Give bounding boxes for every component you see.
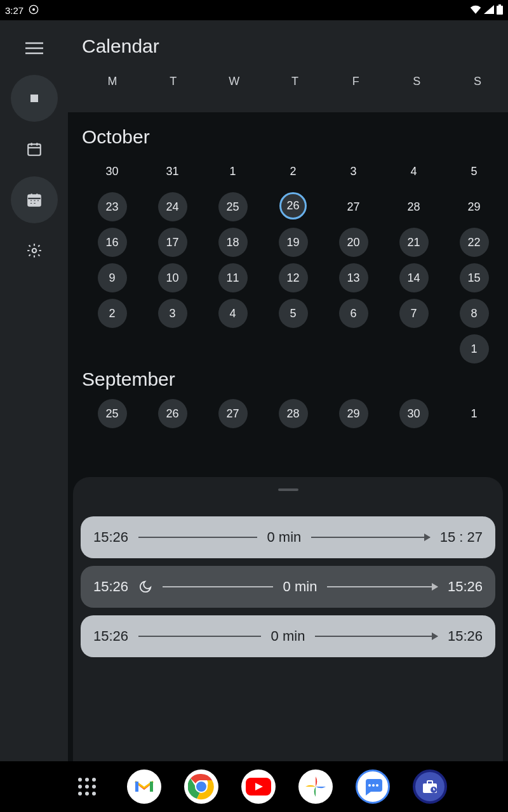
sidebar-item-month[interactable] — [11, 176, 58, 223]
calendar-day[interactable]: 29 — [460, 192, 489, 221]
app-chrome[interactable] — [184, 769, 218, 804]
moon-icon — [138, 580, 152, 594]
calendar-day[interactable]: 26 — [279, 192, 307, 219]
calendar-day[interactable]: 24 — [158, 192, 187, 221]
calendar-day — [399, 334, 429, 363]
calendar-day[interactable]: 3 — [158, 299, 187, 328]
calendar-month-icon — [26, 192, 43, 208]
sidebar — [0, 20, 68, 761]
page-title: Calendar — [82, 20, 508, 75]
app-work[interactable] — [413, 769, 447, 804]
weekday-label: S — [386, 75, 447, 88]
svg-point-1 — [32, 8, 35, 11]
calendar-day[interactable]: 11 — [218, 263, 248, 292]
header: Calendar MTWTFSS — [68, 20, 508, 112]
sidebar-item-settings[interactable] — [11, 227, 58, 274]
svg-rect-22 — [150, 782, 153, 792]
calendar-day[interactable]: 29 — [339, 399, 368, 428]
calendar-day-icon — [26, 141, 43, 157]
calendar-day[interactable]: 30 — [98, 157, 127, 186]
svg-point-29 — [376, 784, 378, 787]
calendar-day[interactable]: 28 — [399, 192, 429, 221]
calendar-day[interactable]: 27 — [339, 192, 368, 221]
chrome-icon — [188, 773, 215, 800]
stop-icon — [30, 95, 38, 102]
calendar-day[interactable]: 4 — [399, 157, 429, 186]
hamburger-icon — [25, 42, 43, 55]
calendar-day[interactable]: 12 — [279, 263, 308, 292]
calendar-day[interactable]: 23 — [98, 192, 127, 221]
drag-handle[interactable] — [278, 488, 298, 491]
calendar-day[interactable]: 13 — [339, 263, 368, 292]
entry-start: 15:26 — [93, 628, 128, 645]
calendar-day[interactable]: 1 — [218, 157, 248, 186]
menu-button[interactable] — [18, 32, 51, 65]
calendar-day[interactable]: 7 — [399, 299, 429, 328]
calendar-day[interactable]: 6 — [339, 299, 368, 328]
calendar-day[interactable]: 2 — [279, 157, 308, 186]
calendar-day[interactable]: 20 — [339, 228, 368, 257]
calendar-day[interactable]: 27 — [218, 399, 248, 428]
app-photos[interactable] — [298, 769, 333, 804]
calendar-day[interactable]: 26 — [158, 399, 187, 428]
svg-rect-2 — [498, 4, 501, 6]
entry-start: 15:26 — [93, 579, 128, 595]
entry-end: 15 : 27 — [440, 529, 483, 546]
svg-rect-16 — [33, 200, 35, 201]
messages-icon — [363, 778, 382, 796]
calendar-day[interactable]: 30 — [399, 399, 429, 428]
calendar-day[interactable]: 5 — [460, 157, 489, 186]
calendar-day[interactable]: 10 — [158, 263, 187, 292]
calendar-day[interactable]: 28 — [279, 399, 308, 428]
calendar-day[interactable]: 1 — [460, 399, 489, 428]
calendar-day[interactable]: 1 — [460, 334, 489, 363]
svg-rect-15 — [30, 200, 32, 201]
calendar-day[interactable]: 17 — [158, 228, 187, 257]
month-label: September — [82, 369, 504, 390]
sidebar-item-day[interactable] — [11, 126, 58, 173]
svg-rect-19 — [33, 202, 35, 204]
cellular-icon — [484, 5, 494, 16]
app-messages[interactable] — [356, 769, 390, 804]
entry-arrow — [311, 537, 429, 538]
calendar-day[interactable]: 4 — [218, 299, 248, 328]
calendar-day[interactable]: 2 — [98, 299, 127, 328]
time-entry[interactable]: 15:260 min15:26 — [81, 566, 495, 608]
svg-rect-18 — [30, 202, 32, 204]
calendar-day[interactable]: 8 — [460, 299, 489, 328]
gear-icon — [26, 242, 43, 259]
calendar-day[interactable]: 3 — [339, 157, 368, 186]
sidebar-item-record[interactable] — [11, 75, 58, 122]
calendar-day[interactable]: 25 — [98, 399, 127, 428]
time-entry[interactable]: 15:260 min15 : 27 — [81, 516, 495, 558]
svg-rect-17 — [37, 200, 39, 201]
battery-icon — [497, 4, 503, 16]
month-grid: 3031123452324252627282916171819202122910… — [82, 157, 504, 363]
calendar-day[interactable]: 15 — [460, 263, 489, 292]
month-label: October — [82, 126, 504, 148]
app-youtube[interactable] — [241, 769, 276, 804]
calendar-day[interactable]: 18 — [218, 228, 248, 257]
weekday-label: M — [82, 75, 143, 88]
wifi-icon — [470, 5, 481, 16]
calendar-day[interactable]: 9 — [98, 263, 127, 292]
entry-duration: 0 min — [267, 529, 302, 546]
photos-icon — [304, 775, 327, 798]
weekday-label: T — [143, 75, 204, 88]
calendar-day[interactable]: 16 — [98, 228, 127, 257]
calendar-day[interactable]: 21 — [399, 228, 429, 257]
calendar-day[interactable]: 5 — [279, 299, 308, 328]
entry-line — [138, 537, 257, 538]
bottom-sheet: 15:260 min15 : 2715:260 min15:2615:260 m… — [73, 477, 503, 761]
calendar-day[interactable]: 22 — [460, 228, 489, 257]
app-drawer-button[interactable] — [70, 769, 104, 804]
calendar-day — [279, 334, 308, 363]
calendar-day[interactable]: 14 — [399, 263, 429, 292]
time-entry[interactable]: 15:260 min15:26 — [81, 615, 495, 657]
calendar-day[interactable]: 25 — [218, 192, 248, 221]
calendar-day[interactable]: 31 — [158, 157, 187, 186]
svg-rect-3 — [497, 6, 503, 15]
calendar-day[interactable]: 19 — [279, 228, 308, 257]
app-gmail[interactable] — [127, 769, 161, 804]
month-grid: 2526272829301 — [82, 399, 504, 428]
